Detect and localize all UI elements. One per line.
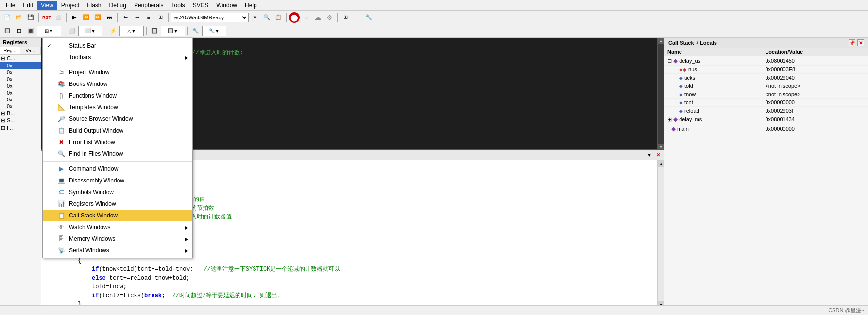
table-row[interactable]: ◆ main 0x00000000	[664, 124, 868, 133]
sidebar-tab-reg[interactable]: Reg...	[0, 47, 20, 54]
tree-item-02-2[interactable]: 0x	[0, 69, 41, 76]
tree-item-02-6[interactable]: 0x	[0, 96, 41, 103]
command-icon: ▶	[57, 165, 65, 173]
t2-btn4[interactable]: ⬜	[67, 26, 77, 36]
rst-btn[interactable]: RST	[41, 12, 52, 23]
menu-command-window[interactable]: ▶ Command Window	[43, 163, 192, 175]
menu-edit[interactable]: Edit	[19, 1, 37, 10]
table-row[interactable]: ◆ told <not in scope>	[664, 82, 868, 90]
menu-functions-window[interactable]: {} Functions Window	[43, 90, 192, 101]
panel-pin-btn[interactable]: 📌	[849, 39, 855, 46]
menu-svcs[interactable]: SVCS	[189, 1, 213, 10]
table-row[interactable]: ◆ ticks 0x00029040	[664, 74, 868, 82]
grid-btn[interactable]: ⊞	[340, 12, 351, 23]
t2-dropdown5[interactable]: 🔧▼	[202, 26, 226, 36]
table-row[interactable]: ◆ tnow <not in scope>	[664, 90, 868, 99]
menu-file[interactable]: File	[2, 1, 19, 10]
btn10[interactable]: ⊞	[155, 12, 166, 23]
btn6[interactable]: ⏭	[104, 12, 115, 23]
expand-delay-us[interactable]: ⊟	[667, 58, 672, 64]
tree-item-02-1[interactable]: 0x	[0, 62, 41, 69]
t2-btn7[interactable]: 🔧	[190, 26, 201, 36]
btn7[interactable]: ⬅	[120, 12, 131, 23]
sidebar-tab-val[interactable]: Va...	[20, 47, 41, 54]
wrench-btn[interactable]: 🔧	[363, 12, 374, 23]
editor-vscrollbar[interactable]: ▲ ▼	[657, 160, 664, 308]
menu-watch-windows[interactable]: 👁 Watch Windows ▶	[43, 221, 192, 233]
search-btn[interactable]: ⬤	[289, 12, 300, 23]
t2-dropdown3[interactable]: △▼	[119, 26, 144, 36]
menu-disassembly-window[interactable]: 💻 Disassembly Window	[43, 175, 192, 186]
btn5[interactable]: ⏩	[92, 12, 103, 23]
btn12[interactable]: 🔍	[261, 12, 272, 23]
menu-toolbars[interactable]: Toolbars ▶	[43, 51, 192, 63]
menu-flash[interactable]: Flash	[83, 1, 105, 10]
t2-btn3[interactable]: 🔳	[25, 26, 36, 36]
t2-btn1[interactable]: 🔲	[2, 26, 13, 36]
tree-item-02-7[interactable]: 0x	[0, 103, 41, 110]
tree-item-02-3[interactable]: 0x	[0, 76, 41, 83]
menu-tools[interactable]: Tools	[168, 1, 189, 10]
t2-dropdown1[interactable]: ⊞▼	[37, 26, 61, 36]
menu-functions-label: Functions Window	[69, 92, 117, 99]
vscroll-up-btn[interactable]: ▲	[658, 160, 664, 167]
btn3[interactable]: ▶	[69, 12, 80, 23]
menu-call-stack-window[interactable]: 📋 Call Stack Window	[43, 210, 192, 221]
t2-dropdown4[interactable]: 🔲▼	[161, 26, 185, 36]
expand-delay-ms[interactable]: ⊞	[667, 116, 672, 123]
t2-dropdown2[interactable]: ⬜▼	[78, 26, 102, 36]
tab-down-btn[interactable]: ▼	[646, 151, 653, 159]
menu-help[interactable]: Help	[241, 1, 261, 10]
save-btn[interactable]: 💾	[25, 12, 36, 23]
menu-debug[interactable]: Debug	[105, 1, 130, 10]
top-scroll-down[interactable]: ▼	[658, 144, 664, 149]
circle-btn[interactable]: ○	[301, 12, 311, 23]
tree-item-02-4[interactable]: 0x	[0, 83, 41, 89]
table-row[interactable]: ⊟ ◆ delay_us 0x08001450	[664, 56, 868, 66]
menu-templates-window[interactable]: 📐 Templates Window	[43, 101, 192, 113]
menu-symbols-window[interactable]: 🏷 Symbols Window	[43, 186, 192, 198]
tree-item-02-5[interactable]: 0x	[0, 89, 41, 96]
tree-item-i[interactable]: ⊞ I...	[0, 124, 41, 132]
menu-view[interactable]: View	[37, 1, 57, 10]
table-row[interactable]: ◆◆ nus 0x000003E8	[664, 66, 868, 74]
btn4[interactable]: ⏪	[81, 12, 91, 23]
menu-memory-windows[interactable]: 🗄 Memory Windows ▶	[43, 233, 192, 245]
menu-status-bar[interactable]: ✓ Status Bar	[43, 40, 192, 51]
menu-registers-window[interactable]: 📊 Registers Window	[43, 198, 192, 210]
tab-close-btn[interactable]: ✕	[654, 151, 662, 159]
t2-btn2[interactable]: ⊟	[14, 26, 24, 36]
new-btn[interactable]: 📄	[2, 12, 13, 23]
btn11[interactable]: ▼	[250, 12, 260, 23]
table-row[interactable]: ⊞ ◆ delay_ms 0x08001434	[664, 115, 868, 124]
menu-error-list-window[interactable]: ✖ Error List Window	[43, 136, 192, 148]
menu-serial-windows[interactable]: 📡 Serial Windows ▶	[43, 245, 192, 256]
menu-peripherals[interactable]: Peripherals	[130, 1, 168, 10]
menu-books-window[interactable]: 📚 Books Window	[43, 78, 192, 90]
btn13[interactable]: 📋	[273, 12, 284, 23]
menu-build-output-window[interactable]: 📋 Build Output Window	[43, 125, 192, 136]
btn8[interactable]: ➡	[132, 12, 142, 23]
menu-project[interactable]: Project	[57, 1, 83, 10]
menu-source-browser-window[interactable]: 🔎 Source Browser Window	[43, 113, 192, 125]
open-btn[interactable]: 📂	[14, 12, 24, 23]
sep7-btn[interactable]: |	[352, 12, 362, 23]
table-row[interactable]: ◆ tcnt 0x00000000	[664, 99, 868, 107]
tree-item-s[interactable]: ⊞ S...	[0, 117, 41, 124]
t2-btn5[interactable]: ⚡	[108, 26, 119, 36]
multi-btn[interactable]: ⚙	[324, 12, 335, 23]
top-scroll-up[interactable]: ▲	[658, 38, 664, 44]
menu-project-window[interactable]: 🗂 Project Window	[43, 66, 192, 78]
table-row[interactable]: ◆ reload 0x0002903F	[664, 107, 868, 115]
btn2[interactable]: ⬜	[53, 12, 64, 23]
menu-find-files-window[interactable]: 🔍 Find In Files Window	[43, 148, 192, 160]
tree-item-b[interactable]: ⊞ B...	[0, 110, 41, 117]
function-dropdown[interactable]: ec20xWaitSIMReady	[171, 13, 249, 22]
menu-window[interactable]: Window	[212, 1, 241, 10]
cloud-btn[interactable]: ☁	[312, 12, 323, 23]
symbols-icon: 🏷	[57, 188, 65, 196]
btn9[interactable]: ≡	[143, 12, 154, 23]
t2-btn6[interactable]: 🔲	[149, 26, 160, 36]
panel-close-btn[interactable]: ✕	[857, 39, 864, 46]
tree-item-c[interactable]: ⊟ C...	[0, 55, 41, 62]
